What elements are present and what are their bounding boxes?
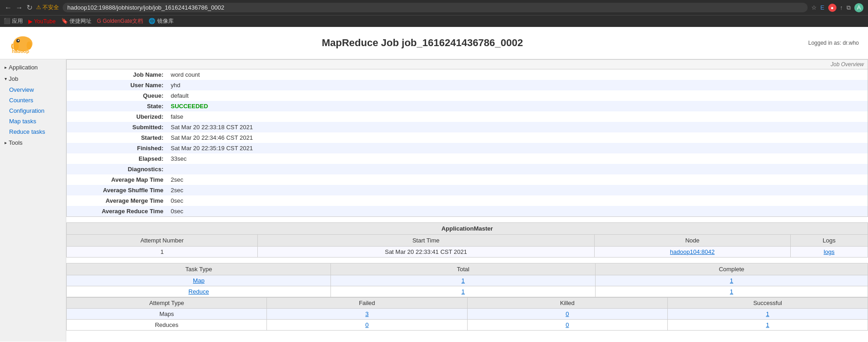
attempt-maps-failed[interactable]: 3 xyxy=(267,309,467,320)
job-label-1: User Name: xyxy=(67,80,167,90)
task-summary-table: Task Type Total Complete Map 1 1 Reduce … xyxy=(66,263,868,297)
back-button[interactable]: ← xyxy=(5,4,12,12)
bookmark-mirror[interactable]: 🌐 镜像库 xyxy=(149,17,173,25)
attempt-col-successful: Successful xyxy=(667,298,868,309)
sidebar: ▸ Application ▾ Job Overview Counters Co… xyxy=(0,59,66,342)
job-label: Job xyxy=(9,75,18,82)
update-icon[interactable]: ↑ xyxy=(840,4,843,11)
job-value-12: 0sec xyxy=(167,195,868,206)
job-label-11: Average Shuffle Time xyxy=(67,185,167,195)
am-col-node: Node xyxy=(594,235,790,247)
forward-button[interactable]: → xyxy=(16,4,23,12)
job-arrow: ▾ xyxy=(5,76,7,81)
attempt-reduces-successful[interactable]: 1 xyxy=(667,320,868,331)
job-value-11: 2sec xyxy=(167,185,868,195)
job-overview-header: Job Overview xyxy=(66,59,868,69)
application-arrow: ▸ xyxy=(5,65,7,70)
bookmarks-bar: ⬛ 应用 ▶ YouTube 🔖 便捷网址 G GoldenGate文档 🌐 镜… xyxy=(0,15,868,27)
svg-text:hadoop: hadoop xyxy=(12,48,29,54)
job-value-9 xyxy=(167,164,868,174)
browser-chrome: ← → ↻ ⚠ 不安全 hadoop102:19888/jobhistory/j… xyxy=(0,0,868,15)
job-value-6: Sat Mar 20 22:34:46 CST 2021 xyxy=(167,132,868,143)
am-logs[interactable]: logs xyxy=(790,247,868,258)
sidebar-item-map-tasks[interactable]: Map tasks xyxy=(0,116,66,126)
am-col-starttime: Start Time xyxy=(258,235,595,247)
job-label-7: Finished: xyxy=(67,143,167,153)
sidebar-item-reduce-tasks[interactable]: Reduce tasks xyxy=(0,126,66,137)
job-label-9: Diagnostics: xyxy=(67,164,167,174)
task-reduce-type[interactable]: Reduce xyxy=(67,286,331,297)
sidebar-item-counters[interactable]: Counters xyxy=(0,95,66,105)
attempt-col-killed: Killed xyxy=(467,298,667,309)
job-label-12: Average Merge Time xyxy=(67,195,167,206)
tools-label: Tools xyxy=(9,139,22,146)
job-label-5: Submitted: xyxy=(67,122,167,132)
security-warning: ⚠ 不安全 xyxy=(36,4,59,11)
job-value-5: Sat Mar 20 22:33:18 CST 2021 xyxy=(167,122,868,132)
job-label-13: Average Reduce Time xyxy=(67,206,167,217)
url-bar[interactable]: hadoop102:19888/jobhistory/job/job_16162… xyxy=(63,3,807,12)
profile-icon[interactable]: ● xyxy=(828,4,836,12)
attempt-maps-successful[interactable]: 1 xyxy=(667,309,868,320)
job-value-4: false xyxy=(167,111,868,122)
job-value-3: SUCCEEDED xyxy=(167,101,868,111)
attempt-reduces-type: Reduces xyxy=(67,320,267,331)
attempt-maps-killed[interactable]: 0 xyxy=(467,309,667,320)
job-value-2: default xyxy=(167,90,868,101)
task-map-complete[interactable]: 1 xyxy=(595,275,868,286)
bookmark-apps[interactable]: ⬛ 应用 xyxy=(4,17,23,25)
job-label-0: Job Name: xyxy=(67,69,167,80)
task-map-total[interactable]: 1 xyxy=(331,275,595,286)
bookmark-goldengate[interactable]: G GoldenGate文档 xyxy=(97,17,143,25)
content-area: ▸ Application ▾ Job Overview Counters Co… xyxy=(0,59,868,342)
application-label: Application xyxy=(9,64,38,71)
job-label-8: Elapsed: xyxy=(67,153,167,164)
attempt-col-type: Attempt Type xyxy=(67,298,267,309)
job-value-8: 33sec xyxy=(167,153,868,164)
attempt-col-failed: Failed xyxy=(267,298,467,309)
job-value-1: yhd xyxy=(167,80,868,90)
page-title: MapReduce Job job_1616241436786_0002 xyxy=(37,37,808,49)
account-icon[interactable]: A xyxy=(854,3,863,12)
job-label-6: Started: xyxy=(67,132,167,143)
main-content: Job Overview Job Name:word countUser Nam… xyxy=(66,59,868,342)
browser-icons: ☆ E ● ↑ ⧉ A xyxy=(811,3,863,12)
am-start-time: Sat Mar 20 22:33:41 CST 2021 xyxy=(258,247,595,258)
logged-in-label: Logged in as: dr.who xyxy=(808,40,859,46)
am-col-logs: Logs xyxy=(790,235,868,247)
attempt-reduces-killed[interactable]: 0 xyxy=(467,320,667,331)
job-value-0: word count xyxy=(167,69,868,80)
hadoop-elephant-icon: hadoop xyxy=(9,32,37,54)
app-header: hadoop MapReduce Job job_1616241436786_0… xyxy=(0,27,868,59)
sidebar-item-overview[interactable]: Overview xyxy=(0,84,66,95)
reload-button[interactable]: ↻ xyxy=(27,3,32,12)
job-label-10: Average Map Time xyxy=(67,174,167,185)
task-map-type[interactable]: Map xyxy=(67,275,331,286)
attempt-reduces-failed[interactable]: 0 xyxy=(267,320,467,331)
hadoop-logo: hadoop xyxy=(9,32,37,54)
extensions-icon[interactable]: ⧉ xyxy=(847,4,851,11)
star-icon[interactable]: ☆ xyxy=(811,4,817,11)
sidebar-application-header[interactable]: ▸ Application xyxy=(0,62,66,73)
job-overview-table: Job Name:word countUser Name:yhdQueue:de… xyxy=(66,69,868,217)
job-value-10: 2sec xyxy=(167,174,868,185)
svg-point-4 xyxy=(18,40,19,41)
task-reduce-total[interactable]: 1 xyxy=(331,286,595,297)
job-value-7: Sat Mar 20 22:35:19 CST 2021 xyxy=(167,143,868,153)
attempt-maps-type: Maps xyxy=(67,309,267,320)
task-col-type: Task Type xyxy=(67,263,331,275)
task-col-complete: Complete xyxy=(595,263,868,275)
extension-icon[interactable]: E xyxy=(820,4,825,11)
am-node[interactable]: hadoop104:8042 xyxy=(594,247,790,258)
job-label-3: State: xyxy=(67,101,167,111)
bookmark-links[interactable]: 🔖 便捷网址 xyxy=(61,17,91,25)
attempt-summary-table: Attempt Type Failed Killed Successful Ma… xyxy=(66,297,868,331)
task-reduce-complete[interactable]: 1 xyxy=(595,286,868,297)
sidebar-job-header[interactable]: ▾ Job xyxy=(0,73,66,84)
bookmark-youtube[interactable]: ▶ YouTube xyxy=(28,18,55,25)
tools-arrow: ▸ xyxy=(5,140,7,145)
sidebar-tools-header[interactable]: ▸ Tools xyxy=(0,137,66,148)
am-col-attempt: Attempt Number xyxy=(67,235,258,247)
am-attempt-number: 1 xyxy=(67,247,258,258)
sidebar-item-configuration[interactable]: Configuration xyxy=(0,105,66,116)
